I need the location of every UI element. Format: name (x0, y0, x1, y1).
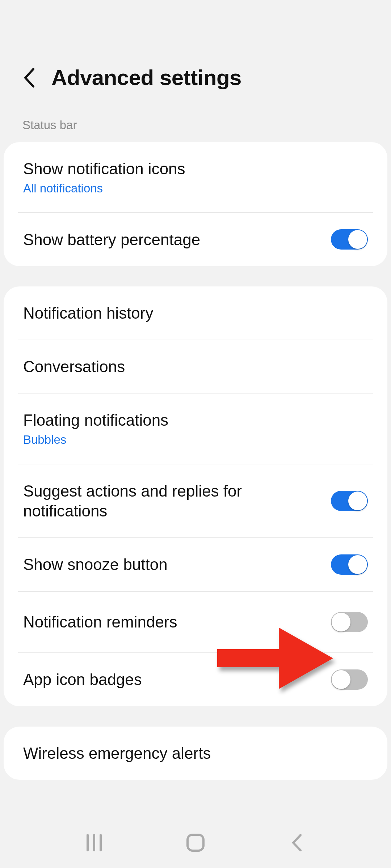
show-battery-percentage-toggle[interactable] (331, 229, 368, 250)
row-notification-reminders[interactable]: Notification reminders (4, 592, 387, 652)
home-icon (185, 833, 206, 853)
row-floating-notifications[interactable]: Floating notifications Bubbles (4, 393, 387, 464)
card-status-bar: Show notification icons All notification… (4, 142, 387, 266)
notification-reminders-toggle[interactable] (331, 612, 368, 632)
toggle-knob (332, 613, 350, 631)
row-notification-history[interactable]: Notification history (4, 286, 387, 340)
row-title: Show snooze button (23, 554, 316, 574)
row-wireless-emergency-alerts[interactable]: Wireless emergency alerts (4, 727, 387, 780)
row-sub: All notifications (23, 181, 353, 196)
toggle-knob (332, 670, 350, 689)
row-suggest-actions[interactable]: Suggest actions and replies for notifica… (4, 464, 387, 537)
card-notification-options: Notification history Conversations Float… (4, 286, 387, 706)
row-title: Wireless emergency alerts (23, 743, 353, 763)
back-button[interactable] (18, 67, 40, 89)
row-show-battery-percentage[interactable]: Show battery percentage (4, 213, 387, 266)
app-icon-badges-toggle[interactable] (331, 669, 368, 690)
chevron-left-icon (290, 834, 303, 852)
recents-icon (84, 834, 104, 852)
recents-button[interactable] (72, 832, 116, 854)
toggle-knob (348, 555, 367, 574)
vertical-divider (320, 608, 320, 636)
page-title: Advanced settings (51, 65, 241, 90)
row-conversations[interactable]: Conversations (4, 340, 387, 393)
chevron-left-icon (22, 68, 35, 88)
section-header-status-bar: Status bar (0, 112, 391, 142)
row-app-icon-badges[interactable]: App icon badges (4, 653, 387, 706)
system-nav-bar (0, 817, 391, 868)
toggle-knob (348, 230, 367, 249)
row-title: App icon badges (23, 669, 316, 689)
row-sub: Bubbles (23, 432, 353, 447)
home-button[interactable] (174, 832, 217, 854)
suggest-actions-toggle[interactable] (331, 491, 368, 511)
toggle-knob (348, 492, 367, 510)
row-title: Conversations (23, 357, 353, 376)
row-title: Show notification icons (23, 159, 353, 179)
show-snooze-toggle[interactable] (331, 554, 368, 575)
row-show-snooze[interactable]: Show snooze button (4, 538, 387, 591)
card-wireless-emergency-alerts: Wireless emergency alerts (4, 727, 387, 780)
row-title: Notification history (23, 303, 353, 323)
row-title: Notification reminders (23, 612, 305, 632)
row-show-notification-icons[interactable]: Show notification icons All notification… (4, 142, 387, 212)
row-title: Floating notifications (23, 410, 353, 430)
svg-rect-5 (188, 835, 203, 851)
nav-back-button[interactable] (275, 832, 319, 854)
row-title: Suggest actions and replies for notifica… (23, 481, 316, 521)
row-title: Show battery percentage (23, 230, 316, 250)
